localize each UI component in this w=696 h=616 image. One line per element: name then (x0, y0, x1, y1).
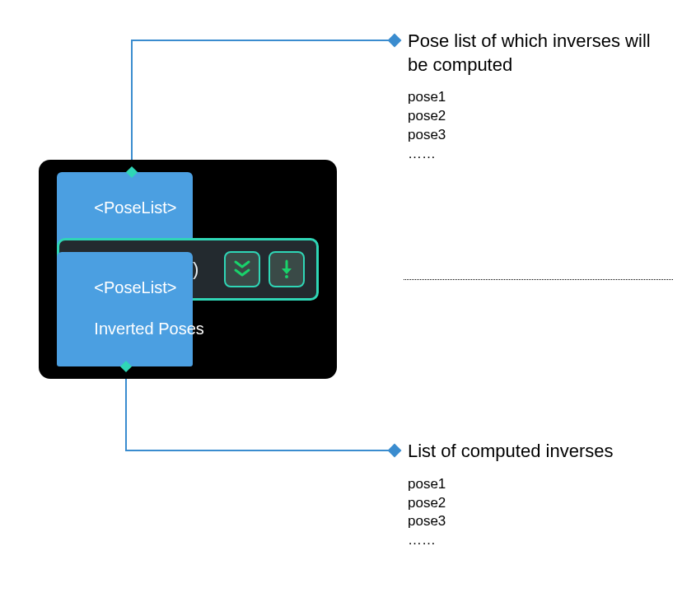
callout-input-description: Pose list of which inverses will be comp… (408, 30, 671, 164)
callout-items: pose1 pose2 pose3 …… (408, 88, 671, 164)
callout-heading: List of computed inverses (408, 440, 671, 464)
callout-marker-icon (388, 34, 402, 48)
output-port-inverted-poses[interactable]: <PoseList> Inverted Poses (57, 252, 193, 366)
expand-all-icon[interactable] (224, 251, 260, 287)
port-type-label: <PoseList> (94, 198, 176, 217)
separator-line (404, 279, 673, 280)
svg-point-2 (285, 275, 288, 278)
callout-heading: Pose list of which inverses will be comp… (408, 30, 671, 77)
invert-poses-node: <PoseList> Original Poses Invert Poses (… (39, 160, 337, 379)
download-icon[interactable] (269, 251, 305, 287)
callout-marker-icon (388, 444, 402, 458)
callout-items: pose1 pose2 pose3 …… (408, 475, 671, 551)
callout-output-description: List of computed inverses pose1 pose2 po… (408, 440, 671, 550)
port-type-label: <PoseList> (94, 278, 176, 296)
port-name-label: Inverted Poses (94, 320, 203, 338)
svg-marker-1 (282, 268, 292, 274)
